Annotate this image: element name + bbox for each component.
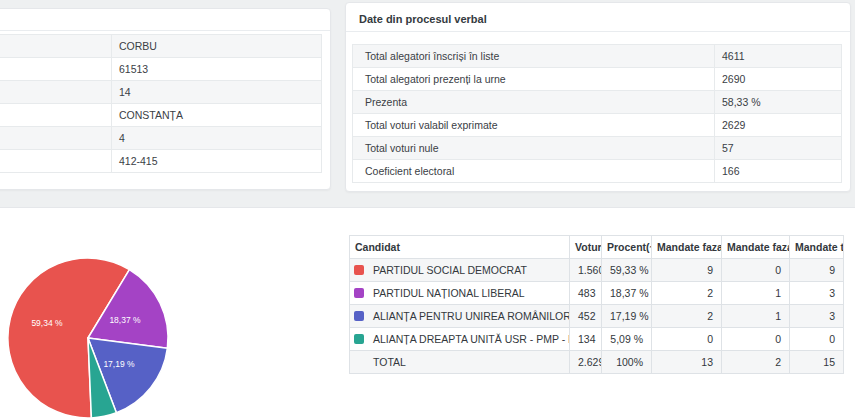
- candidate-name: PARTIDUL NAȚIONAL LIBERAL: [373, 287, 525, 299]
- table-row: Prezenta58,33 %: [353, 91, 842, 114]
- table-row: Total voturi valabil exprimate2629: [353, 114, 842, 137]
- process-verbal-card: Date din procesul verbal Total alegatori…: [345, 2, 851, 192]
- party-color-swatch: [354, 265, 364, 275]
- table-row: Total alegatori înscriși în liste4611: [353, 45, 842, 68]
- mandate-faza-2-cell: 1: [722, 305, 790, 328]
- table-row: ALIANȚA PENTRU UNIREA ROMÂNILOR 452 17,1…: [350, 305, 844, 328]
- location-info-table: CORBU 61513 14 CONSTANȚA 4 412-415: [0, 34, 322, 173]
- mandate-total-cell: 0: [790, 328, 844, 351]
- info-value: CORBU: [112, 35, 322, 58]
- pie-label-psd: 59,34 %: [31, 318, 63, 328]
- mandate-faza-1-cell: 0: [652, 328, 722, 351]
- mandate-faza-1-cell: 2: [652, 305, 722, 328]
- percent-cell: 59,33 %: [602, 259, 652, 282]
- info-value: 61513: [112, 58, 322, 81]
- table-row: CORBU: [0, 35, 322, 58]
- col-header-procent: Procent(~): [602, 236, 652, 259]
- candidate-name: PARTIDUL SOCIAL DEMOCRAT: [373, 264, 527, 276]
- pv-label: Prezenta: [353, 91, 715, 114]
- table-row: Coeficient electoral166: [353, 160, 842, 183]
- votes-cell: 452: [570, 305, 602, 328]
- info-value: 4: [112, 127, 322, 150]
- candidate-cell: ALIANȚA DREAPTA UNITĂ USR - PMP - FORȚA …: [350, 328, 570, 351]
- location-info-card: CORBU 61513 14 CONSTANȚA 4 412-415: [0, 8, 331, 190]
- pv-label: Total alegatori prezenți la urne: [353, 68, 715, 91]
- results-table: Candidat Voturi Procent(~) Mandate faza …: [349, 235, 844, 374]
- mandate-faza-1-cell: 2: [652, 282, 722, 305]
- pv-label: Total alegatori înscriși în liste: [353, 45, 715, 68]
- mandate-total-cell: 15: [790, 351, 844, 374]
- col-header-mandate-total: Mandate total: [790, 236, 844, 259]
- info-label: [0, 35, 112, 58]
- percent-cell: 17,19 %: [602, 305, 652, 328]
- table-row: 61513: [0, 58, 322, 81]
- votes-cell: 2.629: [570, 351, 602, 374]
- percent-cell: 5,09 %: [602, 328, 652, 351]
- pv-value: 4611: [715, 45, 842, 68]
- mandate-faza-2-cell: 0: [722, 259, 790, 282]
- col-header-voturi: Voturi: [570, 236, 602, 259]
- table-row: CONSTANȚA: [0, 104, 322, 127]
- mandate-total-cell: 3: [790, 305, 844, 328]
- mandate-faza-1-cell: 13: [652, 351, 722, 374]
- info-value: 412-415: [112, 150, 322, 173]
- pv-value: 2690: [715, 68, 842, 91]
- party-color-swatch: [354, 334, 364, 344]
- mandate-total-cell: 9: [790, 259, 844, 282]
- location-info-card-header: [0, 9, 330, 31]
- info-value: 14: [112, 81, 322, 104]
- party-color-swatch: [354, 288, 364, 298]
- info-label: [0, 127, 112, 150]
- pv-label: Total voturi valabil exprimate: [353, 114, 715, 137]
- candidate-name: ALIANȚA PENTRU UNIREA ROMÂNILOR: [373, 310, 570, 322]
- candidate-name: ALIANȚA DREAPTA UNITĂ USR - PMP - FORȚA …: [373, 333, 570, 345]
- total-label-cell: TOTAL: [350, 351, 570, 374]
- votes-cell: 134: [570, 328, 602, 351]
- pie-label-pnl: 18,37 %: [109, 315, 141, 325]
- candidate-cell: PARTIDUL SOCIAL DEMOCRAT: [350, 259, 570, 282]
- candidate-cell: ALIANȚA PENTRU UNIREA ROMÂNILOR: [350, 305, 570, 328]
- pv-value: 57: [715, 137, 842, 160]
- table-row: 412-415: [0, 150, 322, 173]
- votes-cell: 1.560: [570, 259, 602, 282]
- table-row: 4: [0, 127, 322, 150]
- info-label: [0, 104, 112, 127]
- process-verbal-card-header: Date din procesul verbal: [346, 3, 850, 32]
- info-label: [0, 150, 112, 173]
- results-card: 59,34 % 18,37 % 17,19 % Candidat Voturi …: [0, 207, 855, 419]
- table-row: ALIANȚA DREAPTA UNITĂ USR - PMP - FORȚA …: [350, 328, 844, 351]
- table-row: PARTIDUL SOCIAL DEMOCRAT 1.560 59,33 % 9…: [350, 259, 844, 282]
- pie-label-aur: 17,19 %: [103, 359, 135, 369]
- table-row: Total alegatori prezenți la urne2690: [353, 68, 842, 91]
- pv-value: 58,33 %: [715, 91, 842, 114]
- info-label: [0, 81, 112, 104]
- pv-value: 166: [715, 160, 842, 183]
- info-label: [0, 58, 112, 81]
- table-row: PARTIDUL NAȚIONAL LIBERAL 483 18,37 % 2 …: [350, 282, 844, 305]
- process-verbal-title: Date din procesul verbal: [359, 13, 487, 25]
- pv-label: Total voturi nule: [353, 137, 715, 160]
- table-row: Total voturi nule57: [353, 137, 842, 160]
- table-row: 14: [0, 81, 322, 104]
- process-verbal-table: Total alegatori înscriși în liste4611 To…: [352, 44, 842, 183]
- mandate-faza-1-cell: 9: [652, 259, 722, 282]
- mandate-faza-2-cell: 2: [722, 351, 790, 374]
- col-header-mandate-faza-1: Mandate faza 1: [652, 236, 722, 259]
- candidate-cell: PARTIDUL NAȚIONAL LIBERAL: [350, 282, 570, 305]
- percent-cell: 100%: [602, 351, 652, 374]
- col-header-mandate-faza-2: Mandate faza 2: [722, 236, 790, 259]
- votes-cell: 483: [570, 282, 602, 305]
- mandate-faza-2-cell: 0: [722, 328, 790, 351]
- pie-chart: 59,34 % 18,37 % 17,19 %: [1, 258, 175, 419]
- percent-cell: 18,37 %: [602, 282, 652, 305]
- pv-label: Coeficient electoral: [353, 160, 715, 183]
- info-value: CONSTANȚA: [112, 104, 322, 127]
- results-header-row: Candidat Voturi Procent(~) Mandate faza …: [350, 236, 844, 259]
- pv-value: 2629: [715, 114, 842, 137]
- col-header-candidat: Candidat: [350, 236, 570, 259]
- mandate-total-cell: 3: [790, 282, 844, 305]
- total-row: TOTAL 2.629 100% 13 2 15: [350, 351, 844, 374]
- mandate-faza-2-cell: 1: [722, 282, 790, 305]
- party-color-swatch: [354, 311, 364, 321]
